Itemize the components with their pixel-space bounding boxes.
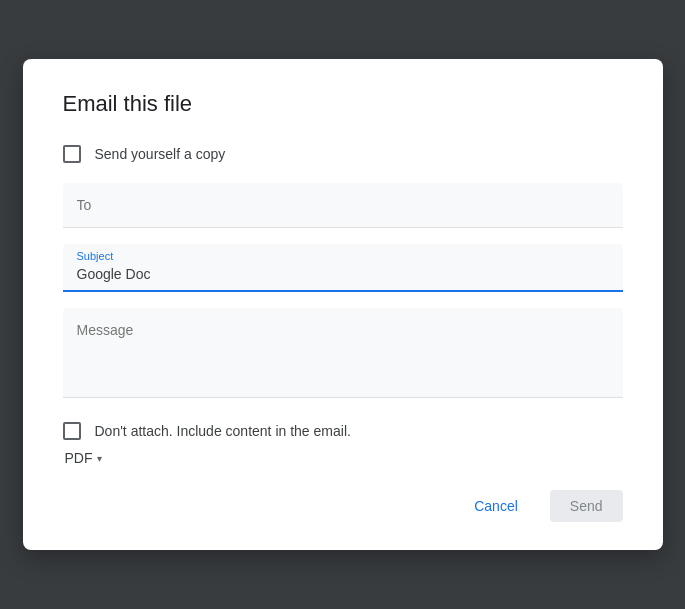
send-copy-label: Send yourself a copy: [95, 146, 226, 162]
cancel-button[interactable]: Cancel: [454, 490, 538, 522]
pdf-label: PDF: [65, 450, 93, 466]
modal-overlay: Email this file Send yourself a copy Sub…: [0, 0, 685, 609]
dialog-title: Email this file: [63, 91, 623, 117]
subject-label: Subject: [77, 250, 114, 262]
send-button[interactable]: Send: [550, 490, 623, 522]
options-row: Don't attach. Include content in the ema…: [63, 422, 623, 440]
message-input[interactable]: [63, 308, 623, 398]
send-copy-row: Send yourself a copy: [63, 145, 623, 163]
subject-field-wrapper: Subject: [63, 244, 623, 292]
send-copy-checkbox[interactable]: [63, 145, 81, 163]
email-dialog: Email this file Send yourself a copy Sub…: [23, 59, 663, 550]
pdf-dropdown[interactable]: PDF ▾: [65, 450, 623, 466]
chevron-down-icon: ▾: [97, 453, 102, 464]
subject-input[interactable]: [63, 244, 623, 290]
dont-attach-checkbox[interactable]: [63, 422, 81, 440]
dont-attach-label: Don't attach. Include content in the ema…: [95, 423, 351, 439]
dialog-actions: Cancel Send: [63, 490, 623, 522]
to-input[interactable]: [63, 183, 623, 228]
